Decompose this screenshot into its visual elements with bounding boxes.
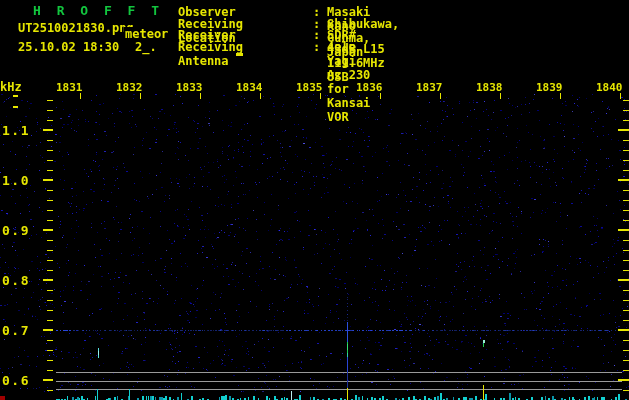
x-axis-time-label: 1833	[176, 81, 203, 94]
mode-label: meteor	[124, 27, 169, 41]
progress-counter: 2_.	[135, 40, 157, 54]
x-axis-time-label: 1834	[236, 81, 263, 94]
app-title: H R O F F T	[33, 3, 163, 18]
x-axis-time-label: 1835	[296, 81, 323, 94]
y-axis-freq-label: 0.8	[2, 273, 30, 288]
station-field-colon: :	[313, 40, 320, 54]
x-axis-time-label: 1840	[596, 81, 623, 94]
status-underscore-artifact	[236, 53, 243, 56]
output-filename: UT2510021830.png	[18, 21, 134, 35]
y-axis-minor-dash	[13, 106, 18, 108]
x-axis-time-label: 1839	[536, 81, 563, 94]
y-axis-freq-label: 1.1	[2, 123, 30, 138]
hrofft-screenshot: H R O F F T UT2510021830.png meteor 25.1…	[0, 0, 629, 400]
x-axis-time-label: 1837	[416, 81, 443, 94]
station-field-label: Receiving Antenna	[178, 40, 243, 68]
datetime-label: 25.10.02 18:30	[18, 40, 119, 54]
y-axis-freq-label: 0.7	[2, 323, 30, 338]
x-axis-time-label: 1836	[356, 81, 383, 94]
y-axis-unit-label: kHz	[0, 80, 22, 94]
y-axis-freq-label: 0.6	[2, 373, 30, 388]
spectrogram-canvas	[0, 0, 629, 400]
x-axis-time-label: 1838	[476, 81, 503, 94]
x-axis-time-label: 1831	[56, 81, 83, 94]
x-axis-time-label: 1832	[116, 81, 143, 94]
y-axis-freq-label: 0.9	[2, 223, 30, 238]
y-axis-freq-label: 1.0	[2, 173, 30, 188]
y-axis-minor-dash	[13, 95, 18, 97]
